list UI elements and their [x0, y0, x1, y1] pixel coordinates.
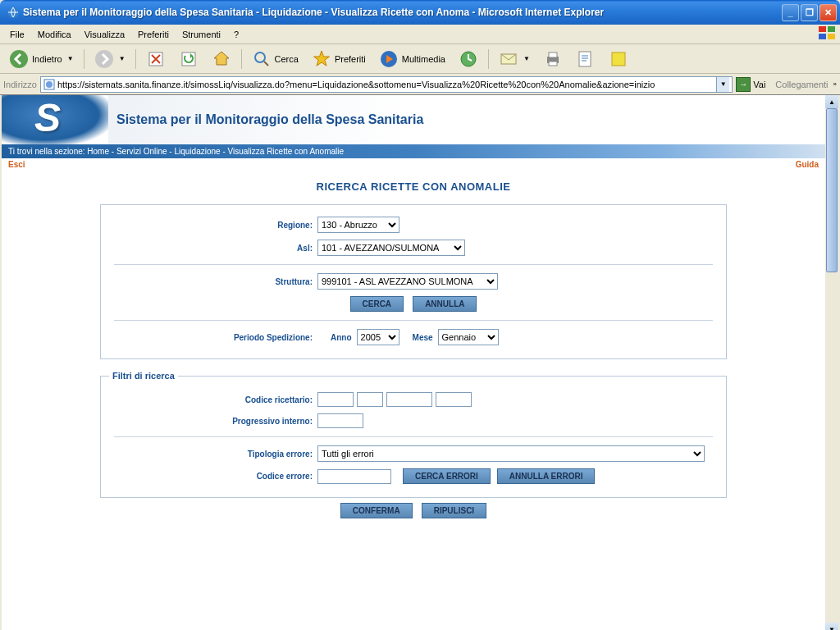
filtri-fieldset: Filtri di ricerca Codice ricettario: Pro… [100, 371, 727, 498]
filtri-legend: Filtri di ricerca [109, 371, 178, 381]
mail-icon [499, 49, 518, 69]
codric-input-2[interactable] [357, 392, 383, 407]
multimedia-label: Multimedia [402, 54, 445, 64]
vertical-scrollbar[interactable]: ▲ ▼ [825, 95, 838, 630]
go-label: Vai [753, 80, 765, 89]
codice-ricettario-label: Codice ricettario: [109, 395, 313, 404]
multimedia-button[interactable]: Multimedia [373, 46, 451, 72]
menu-strumenti[interactable]: Strumenti [176, 27, 227, 42]
url-text: https://sistemats.sanita.finanze.it/simo… [57, 80, 714, 89]
svg-point-9 [255, 52, 265, 62]
window-titlebar: Sistema per il Monitoraggio della Spesa … [0, 0, 840, 25]
edit-icon [576, 49, 596, 69]
breadcrumb: Ti trovi nella sezione: Home - Servizi O… [2, 144, 825, 158]
close-button[interactable]: ✕ [819, 4, 837, 21]
stop-button[interactable] [140, 46, 171, 72]
note-icon [609, 49, 628, 69]
back-label: Indietro [32, 54, 62, 64]
esci-link[interactable]: Esci [8, 160, 25, 169]
svg-rect-15 [549, 62, 557, 66]
page-heading: RICERCA RICETTE CON ANOMALIE [2, 180, 825, 193]
star-icon [312, 49, 331, 69]
system-title: Sistema per il Monitoraggio della Spesa … [116, 112, 423, 127]
chevron-right-icon[interactable]: » [833, 80, 837, 88]
annulla-button[interactable]: ANNULLA [413, 296, 477, 312]
progint-input[interactable] [317, 413, 363, 428]
address-input[interactable]: https://sistemats.sanita.finanze.it/simo… [40, 76, 733, 93]
favorites-button[interactable]: Preferiti [306, 46, 372, 72]
codice-errore-label: Codice errore: [109, 472, 313, 481]
search-button[interactable]: Cerca [246, 46, 304, 72]
collegamenti-label[interactable]: Collegamenti [775, 80, 828, 89]
svg-point-19 [46, 81, 52, 88]
annulla-errori-button[interactable]: ANNULLA ERRORI [497, 468, 596, 484]
asl-label: Asl: [109, 244, 313, 253]
scroll-down-icon[interactable]: ▼ [825, 623, 838, 630]
anno-select[interactable]: 2005 [357, 329, 399, 345]
home-icon [212, 49, 231, 69]
back-icon [9, 49, 29, 69]
window-title: Sistema per il Monitoraggio della Spesa … [23, 7, 782, 18]
codric-input-4[interactable] [436, 392, 472, 407]
scroll-up-icon[interactable]: ▲ [825, 95, 838, 108]
ie-icon [7, 6, 20, 19]
maximize-button[interactable]: ❐ [801, 4, 818, 21]
menu-preferiti[interactable]: Preferiti [131, 27, 176, 42]
print-icon [543, 49, 563, 69]
home-button[interactable] [206, 46, 237, 72]
menu-file[interactable]: File [3, 27, 31, 42]
separator [114, 320, 713, 321]
content-area: ▲ ▼ Sistema per il Monitoraggio della Sp… [0, 95, 840, 630]
scroll-thumb[interactable] [826, 108, 838, 272]
regione-label: Regione: [109, 221, 313, 230]
favorites-label: Preferiti [335, 54, 366, 64]
codice-errore-input[interactable] [317, 469, 391, 484]
codric-input-1[interactable] [317, 392, 354, 407]
discuss-button[interactable] [603, 46, 634, 72]
page-header: Sistema per il Monitoraggio della Spesa … [2, 95, 825, 144]
cerca-errori-button[interactable]: CERCA ERRORI [403, 468, 491, 484]
mese-label: Mese [413, 333, 433, 342]
svg-point-5 [10, 50, 28, 68]
menu-modifica[interactable]: Modifica [31, 27, 78, 42]
mese-select[interactable]: Gennaio [438, 329, 499, 345]
back-button[interactable]: Indietro ▼ [3, 46, 80, 72]
edit-button[interactable] [570, 46, 601, 72]
conferma-button[interactable]: CONFERMA [340, 503, 413, 518]
page-icon [43, 79, 55, 90]
toolbar-separator [241, 49, 242, 69]
print-button[interactable] [537, 46, 568, 72]
history-icon [459, 49, 478, 69]
svg-rect-17 [612, 52, 625, 66]
toolbar-separator [84, 49, 84, 69]
tipologia-errore-select[interactable]: Tutti gli errori [317, 445, 705, 462]
progressivo-interno-label: Progressivo interno: [109, 417, 313, 426]
minimize-button[interactable]: _ [782, 4, 799, 21]
tipologia-errore-label: Tipologia errore: [109, 450, 313, 459]
menu-visualizza[interactable]: Visualizza [78, 27, 131, 42]
cerca-button[interactable]: CERCA [350, 296, 404, 312]
menubar: File Modifica Visualizza Preferiti Strum… [0, 25, 840, 44]
stop-icon [146, 49, 166, 69]
ripulisci-button[interactable]: RIPULISCI [422, 503, 486, 518]
asl-select[interactable]: 101 - AVEZZANO/SULMONA [317, 240, 465, 256]
anno-label: Anno [331, 333, 352, 342]
go-button[interactable]: → Vai [736, 77, 765, 92]
codric-input-3[interactable] [386, 392, 432, 407]
mail-button[interactable]: ▼ [493, 46, 536, 72]
svg-rect-14 [549, 52, 557, 57]
menu-help[interactable]: ? [227, 27, 245, 42]
forward-button[interactable]: ▼ [89, 46, 131, 72]
guida-link[interactable]: Guida [796, 160, 819, 169]
svg-point-6 [95, 50, 113, 68]
svg-rect-2 [828, 26, 835, 32]
address-dropdown[interactable]: ▼ [716, 77, 729, 92]
struttura-select[interactable]: 999101 - ASL AVEZZANO SULMONA [317, 273, 498, 290]
toolbar-separator [488, 49, 489, 69]
refresh-button[interactable] [173, 46, 204, 72]
history-button[interactable] [453, 46, 484, 72]
regione-select[interactable]: 130 - Abruzzo [317, 217, 399, 233]
chevron-down-icon: ▼ [119, 55, 126, 62]
svg-rect-16 [579, 52, 591, 66]
forward-icon [94, 49, 114, 69]
